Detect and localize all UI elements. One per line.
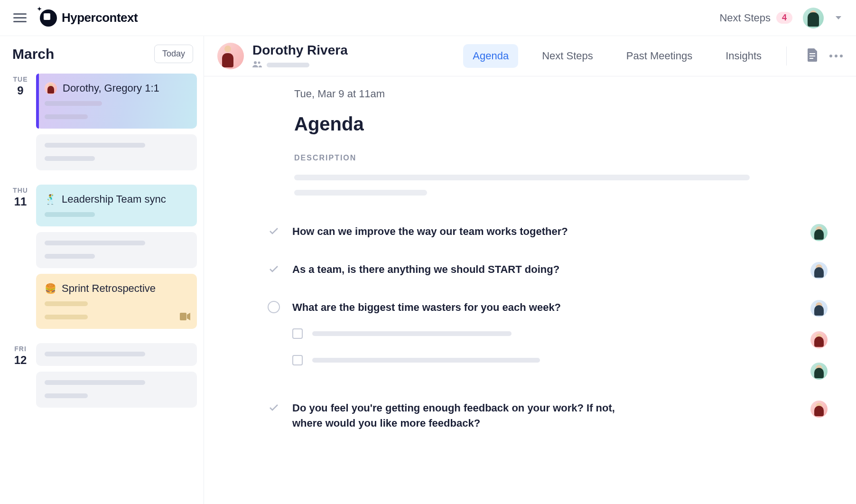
agenda-item: As a team, is there anything we should S… <box>294 262 828 279</box>
placeholder-line <box>45 156 95 161</box>
day-group: TUE 9 Dorothy, Gregory 1:1 <box>0 70 204 170</box>
current-user-avatar[interactable] <box>803 8 824 28</box>
tab-next-steps[interactable]: Next Steps <box>532 44 603 68</box>
app-root: Hypercontext Next Steps 4 March Today <box>0 0 856 504</box>
placeholder-line <box>267 63 309 67</box>
day-label: TUE 9 <box>9 74 31 170</box>
subitem-placeholder[interactable] <box>312 331 512 336</box>
unchecked-circle-icon[interactable] <box>268 301 280 313</box>
meeting-header: Dorothy Rivera Agenda Next Steps Past Me… <box>204 36 856 76</box>
day-group: THU 11 🕺 Leadership Team sync <box>0 181 204 329</box>
placeholder-line <box>45 301 88 306</box>
check-icon[interactable] <box>268 263 280 275</box>
checkbox[interactable] <box>292 328 303 339</box>
meeting-card-dorothy-gregory[interactable]: Dorothy, Gregory 1:1 <box>36 74 197 129</box>
document-icon[interactable] <box>807 48 818 64</box>
day-label: FRI 12 <box>9 343 31 408</box>
agenda-area: Tue, Mar 9 at 11am Agenda DESCRIPTION Ho… <box>204 76 856 504</box>
more-icon[interactable] <box>829 55 843 57</box>
burger-icon: 🍔 <box>45 283 56 294</box>
description-placeholder[interactable] <box>294 190 427 196</box>
agenda-item: How can we improve the way our team work… <box>294 224 828 241</box>
day-label: THU 11 <box>9 185 31 329</box>
meeting-card-placeholder[interactable] <box>36 343 197 366</box>
svg-rect-0 <box>180 313 186 320</box>
meeting-card-leadership[interactable]: 🕺 Leadership Team sync <box>36 185 197 226</box>
meeting-datetime: Tue, Mar 9 at 11am <box>294 88 828 100</box>
meeting-person-name: Dorothy Rivera <box>252 43 348 58</box>
placeholder-line <box>45 212 95 217</box>
description-placeholder[interactable] <box>294 175 750 180</box>
divider <box>786 47 787 65</box>
placeholder-line <box>45 114 88 119</box>
day-num: 12 <box>9 354 31 367</box>
month-label: March <box>12 46 54 62</box>
meeting-card-sprint-retro[interactable]: 🍔 Sprint Retrospective <box>36 274 197 329</box>
day-group: FRI 12 <box>0 339 204 408</box>
meeting-card-placeholder[interactable] <box>36 134 197 170</box>
agenda-subitem <box>292 355 798 365</box>
next-steps-link[interactable]: Next Steps 4 <box>719 12 792 24</box>
tab-insights[interactable]: Insights <box>716 44 771 68</box>
participants-icon <box>252 61 262 69</box>
svg-point-2 <box>258 62 261 64</box>
topbar: Hypercontext Next Steps 4 <box>0 0 856 36</box>
placeholder-line <box>45 352 145 356</box>
brand-logo[interactable]: Hypercontext <box>40 9 138 27</box>
check-icon[interactable] <box>268 401 280 414</box>
item-owner-avatar[interactable] <box>810 262 828 279</box>
meeting-participants-row <box>252 61 348 69</box>
item-owner-avatar[interactable] <box>810 363 828 380</box>
subitem-placeholder[interactable] <box>312 358 540 363</box>
tab-past-meetings[interactable]: Past Meetings <box>617 44 702 68</box>
item-owner-avatar[interactable] <box>810 300 828 317</box>
chevron-down-icon <box>836 16 841 19</box>
menu-icon[interactable] <box>13 11 27 25</box>
main: Dorothy Rivera Agenda Next Steps Past Me… <box>204 36 856 504</box>
today-button[interactable]: Today <box>154 45 193 63</box>
agenda-item-text[interactable]: As a team, is there anything we should S… <box>292 262 798 277</box>
agenda-item-text[interactable]: Do you feel you're getting enough feedba… <box>292 401 643 431</box>
meeting-card-placeholder[interactable] <box>36 232 197 268</box>
placeholder-line <box>45 101 102 106</box>
meeting-card-title: Dorothy, Gregory 1:1 <box>63 82 159 94</box>
svg-rect-5 <box>809 58 813 59</box>
user-menu-caret[interactable] <box>834 14 843 22</box>
meeting-tabs: Agenda Next Steps Past Meetings Insights <box>463 44 771 68</box>
tab-agenda[interactable]: Agenda <box>463 44 518 68</box>
brand-name: Hypercontext <box>62 10 138 25</box>
agenda-items: How can we improve the way our team work… <box>294 224 828 431</box>
meeting-card-title: Leadership Team sync <box>62 193 166 205</box>
meeting-card-title: Sprint Retrospective <box>62 282 156 295</box>
item-owner-avatar[interactable] <box>810 331 828 348</box>
item-owner-avatar[interactable] <box>810 224 828 241</box>
placeholder-line <box>45 393 88 398</box>
sidebar-header: March Today <box>0 45 204 70</box>
agenda-item-text[interactable]: What are the biggest time wasters for yo… <box>292 300 798 315</box>
placeholder-line <box>45 315 88 319</box>
placeholder-line <box>45 143 145 148</box>
placeholder-line <box>45 380 145 385</box>
agenda-subitem <box>292 328 798 339</box>
check-icon[interactable] <box>268 225 280 237</box>
day-num: 9 <box>9 84 31 97</box>
item-owner-avatar[interactable] <box>810 401 828 418</box>
agenda-item-text[interactable]: How can we improve the way our team work… <box>292 224 798 239</box>
placeholder-line <box>45 241 145 245</box>
checkbox[interactable] <box>292 355 303 365</box>
agenda-item: Do you feel you're getting enough feedba… <box>294 401 828 431</box>
next-steps-label: Next Steps <box>719 12 771 24</box>
header-actions <box>802 48 843 64</box>
agenda-item: What are the biggest time wasters for yo… <box>294 300 828 380</box>
day-dow: THU <box>9 187 31 194</box>
meeting-person: Dorothy Rivera <box>217 43 348 69</box>
placeholder-line <box>45 254 95 259</box>
topbar-right: Next Steps 4 <box>719 8 843 28</box>
agenda-title: Agenda <box>294 113 828 135</box>
day-dow: TUE <box>9 75 31 83</box>
description-label: DESCRIPTION <box>294 154 828 162</box>
day-num: 11 <box>9 195 31 208</box>
sidebar: March Today TUE 9 Dorothy, Gregory 1:1 <box>0 36 204 504</box>
meeting-card-placeholder[interactable] <box>36 372 197 408</box>
day-dow: FRI <box>9 345 31 353</box>
